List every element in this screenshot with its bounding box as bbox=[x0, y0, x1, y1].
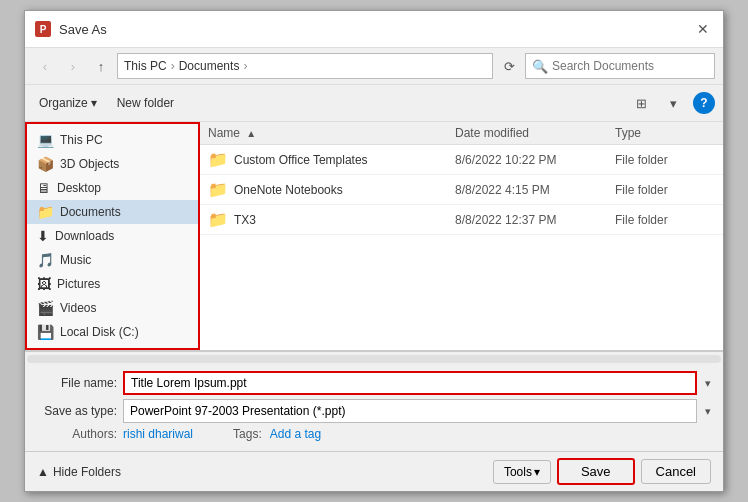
hide-folders-label: Hide Folders bbox=[53, 465, 121, 479]
music-icon: 🎵 bbox=[37, 252, 54, 268]
folder-icon: 📁 bbox=[208, 210, 228, 229]
sidebar-item-label: 3D Objects bbox=[60, 157, 119, 171]
search-input[interactable] bbox=[552, 59, 708, 73]
refresh-button[interactable]: ⟳ bbox=[497, 54, 521, 78]
table-row[interactable]: 📁 TX3 8/8/2022 12:37 PM File folder bbox=[200, 205, 723, 235]
sidebar-item-this-pc[interactable]: 💻 This PC bbox=[27, 128, 198, 152]
file-date: 8/8/2022 12:37 PM bbox=[455, 213, 615, 227]
main-content: 💻 This PC 📦 3D Objects 🖥 Desktop 📁 Docum… bbox=[25, 122, 723, 351]
app-icon: P bbox=[35, 21, 51, 37]
sidebar-item-videos[interactable]: 🎬 Videos bbox=[27, 296, 198, 320]
save-as-dialog: P Save As ✕ ‹ › ↑ This PC › Documents › … bbox=[24, 10, 724, 492]
sidebar-item-label: Documents bbox=[60, 205, 121, 219]
3d-objects-icon: 📦 bbox=[37, 156, 54, 172]
view-arrow-button[interactable]: ▾ bbox=[661, 91, 685, 115]
file-name: Custom Office Templates bbox=[234, 153, 455, 167]
table-row[interactable]: 📁 Custom Office Templates 8/6/2022 10:22… bbox=[200, 145, 723, 175]
up-button[interactable]: ↑ bbox=[89, 54, 113, 78]
hide-folders-button[interactable]: ▲ Hide Folders bbox=[37, 465, 121, 479]
save-button[interactable]: Save bbox=[557, 458, 635, 485]
save-type-label: Save as type: bbox=[37, 404, 117, 418]
column-type: Type bbox=[615, 126, 715, 140]
new-folder-button[interactable]: New folder bbox=[111, 93, 180, 113]
save-type-input[interactable] bbox=[123, 399, 697, 423]
back-button[interactable]: ‹ bbox=[33, 54, 57, 78]
search-bar[interactable]: 🔍 bbox=[525, 53, 715, 79]
pictures-icon: 🖼 bbox=[37, 276, 51, 292]
folder-icon: 📁 bbox=[208, 180, 228, 199]
sidebar-item-label: Pictures bbox=[57, 277, 100, 291]
file-type: File folder bbox=[615, 153, 715, 167]
filename-dropdown-arrow[interactable]: ▾ bbox=[705, 377, 711, 390]
dialog-title: Save As bbox=[59, 22, 685, 37]
help-button[interactable]: ? bbox=[693, 92, 715, 114]
nav-bar: ‹ › ↑ This PC › Documents › ⟳ 🔍 bbox=[25, 48, 723, 85]
bottom-section: File name: ▾ Save as type: ▾ Authors: ri… bbox=[25, 365, 723, 451]
sidebar-item-music[interactable]: 🎵 Music bbox=[27, 248, 198, 272]
sidebar-item-label: Local Disk (C:) bbox=[60, 325, 139, 339]
sidebar-item-label: Desktop bbox=[57, 181, 101, 195]
sidebar-item-label: Music bbox=[60, 253, 91, 267]
sort-arrow-icon: ▲ bbox=[246, 128, 256, 139]
footer: ▲ Hide Folders Tools ▾ Save Cancel bbox=[25, 451, 723, 491]
file-type: File folder bbox=[615, 183, 715, 197]
file-name-row: File name: ▾ bbox=[37, 371, 711, 395]
breadcrumb-folder: Documents bbox=[179, 59, 240, 73]
file-list: Name ▲ Date modified Type 📁 Custom Offic… bbox=[200, 122, 723, 350]
organize-button[interactable]: Organize ▾ bbox=[33, 93, 103, 113]
hide-folders-arrow-icon: ▲ bbox=[37, 465, 49, 479]
sidebar-item-label: This PC bbox=[60, 133, 103, 147]
sidebar-item-3d-objects[interactable]: 📦 3D Objects bbox=[27, 152, 198, 176]
add-tag-link[interactable]: Add a tag bbox=[270, 427, 321, 441]
view-button[interactable]: ⊞ bbox=[629, 91, 653, 115]
sidebar-item-pictures[interactable]: 🖼 Pictures bbox=[27, 272, 198, 296]
documents-icon: 📁 bbox=[37, 204, 54, 220]
author-name[interactable]: rishi dhariwal bbox=[123, 427, 193, 441]
sidebar: 💻 This PC 📦 3D Objects 🖥 Desktop 📁 Docum… bbox=[25, 122, 200, 350]
tags-label: Tags: bbox=[233, 427, 262, 441]
title-bar: P Save As ✕ bbox=[25, 11, 723, 48]
breadcrumb-end-arrow: › bbox=[243, 59, 247, 73]
scrollbar-track bbox=[27, 355, 721, 363]
file-name: OneNote Notebooks bbox=[234, 183, 455, 197]
horizontal-scrollbar[interactable] bbox=[25, 351, 723, 365]
file-date: 8/8/2022 4:15 PM bbox=[455, 183, 615, 197]
breadcrumb-this-pc: This PC bbox=[124, 59, 167, 73]
savetype-dropdown-arrow[interactable]: ▾ bbox=[705, 405, 711, 418]
file-type: File folder bbox=[615, 213, 715, 227]
sidebar-item-downloads[interactable]: ⬇ Downloads bbox=[27, 224, 198, 248]
authors-label: Authors: bbox=[37, 427, 117, 441]
desktop-icon: 🖥 bbox=[37, 180, 51, 196]
footer-actions: Tools ▾ Save Cancel bbox=[493, 458, 711, 485]
tools-arrow-icon: ▾ bbox=[534, 465, 540, 479]
column-name: Name ▲ bbox=[208, 126, 455, 140]
file-name-label: File name: bbox=[37, 376, 117, 390]
file-name: TX3 bbox=[234, 213, 455, 227]
breadcrumb[interactable]: This PC › Documents › bbox=[117, 53, 493, 79]
folder-icon: 📁 bbox=[208, 150, 228, 169]
cancel-button[interactable]: Cancel bbox=[641, 459, 711, 484]
toolbar: Organize ▾ New folder ⊞ ▾ ? bbox=[25, 85, 723, 122]
table-row[interactable]: 📁 OneNote Notebooks 8/8/2022 4:15 PM Fil… bbox=[200, 175, 723, 205]
videos-icon: 🎬 bbox=[37, 300, 54, 316]
local-disk-icon: 💾 bbox=[37, 324, 54, 340]
file-list-header: Name ▲ Date modified Type bbox=[200, 122, 723, 145]
close-button[interactable]: ✕ bbox=[693, 19, 713, 39]
organize-arrow-icon: ▾ bbox=[91, 96, 97, 110]
file-date: 8/6/2022 10:22 PM bbox=[455, 153, 615, 167]
save-type-row: Save as type: ▾ bbox=[37, 399, 711, 423]
sidebar-item-label: Downloads bbox=[55, 229, 114, 243]
sidebar-item-label: Videos bbox=[60, 301, 96, 315]
forward-button[interactable]: › bbox=[61, 54, 85, 78]
tools-button[interactable]: Tools ▾ bbox=[493, 460, 551, 484]
view-chevron-icon: ▾ bbox=[670, 96, 677, 111]
sidebar-item-desktop[interactable]: 🖥 Desktop bbox=[27, 176, 198, 200]
sidebar-item-local-disk[interactable]: 💾 Local Disk (C:) bbox=[27, 320, 198, 344]
file-name-input[interactable] bbox=[123, 371, 697, 395]
sidebar-item-documents[interactable]: 📁 Documents bbox=[27, 200, 198, 224]
meta-row: Authors: rishi dhariwal Tags: Add a tag bbox=[37, 427, 711, 441]
breadcrumb-separator: › bbox=[171, 59, 175, 73]
this-pc-icon: 💻 bbox=[37, 132, 54, 148]
column-date-modified: Date modified bbox=[455, 126, 615, 140]
downloads-icon: ⬇ bbox=[37, 228, 49, 244]
